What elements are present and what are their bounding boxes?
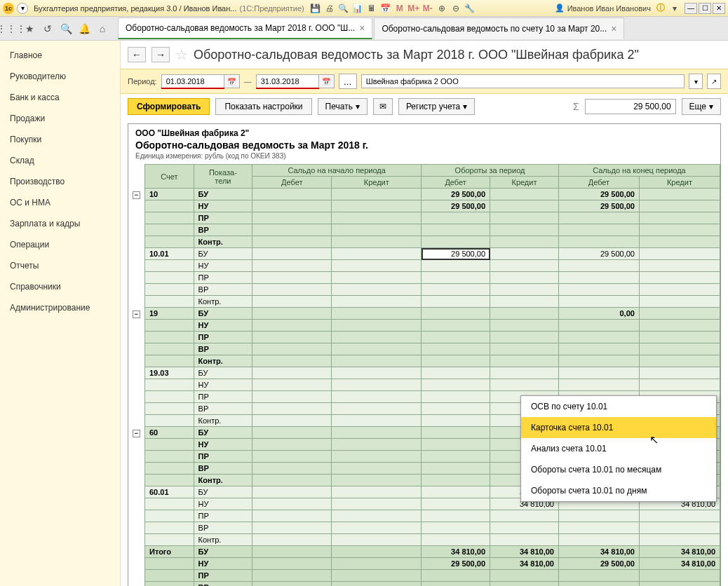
table-cell[interactable]: 34 810,00 bbox=[639, 546, 720, 558]
m-icon[interactable]: M bbox=[394, 3, 405, 14]
history-back-icon[interactable]: ▾ bbox=[17, 3, 28, 14]
table-cell[interactable]: 34 810,00 bbox=[490, 558, 559, 570]
account-cell[interactable] bbox=[145, 343, 194, 355]
table-cell[interactable] bbox=[490, 189, 559, 200]
table-cell[interactable] bbox=[490, 582, 559, 587]
account-cell[interactable] bbox=[145, 463, 194, 475]
table-cell[interactable] bbox=[332, 248, 422, 260]
table-cell[interactable] bbox=[252, 355, 332, 367]
table-cell[interactable] bbox=[422, 510, 490, 522]
account-cell[interactable] bbox=[145, 391, 194, 403]
table-cell[interactable] bbox=[639, 355, 720, 367]
table-cell[interactable] bbox=[252, 296, 332, 308]
table-cell[interactable] bbox=[252, 367, 332, 379]
table-cell[interactable] bbox=[422, 296, 490, 308]
table-cell[interactable] bbox=[490, 272, 559, 284]
account-cell[interactable] bbox=[145, 403, 194, 415]
dropdown-icon[interactable]: ▾ bbox=[669, 3, 680, 14]
table-cell[interactable] bbox=[490, 248, 559, 260]
table-cell[interactable] bbox=[558, 343, 639, 355]
table-cell[interactable] bbox=[252, 463, 332, 475]
account-cell[interactable] bbox=[145, 260, 194, 272]
account-cell[interactable] bbox=[145, 498, 194, 510]
table-cell[interactable] bbox=[558, 332, 639, 343]
table-cell[interactable] bbox=[252, 308, 332, 320]
table-cell[interactable]: 29 500,00 bbox=[422, 248, 490, 260]
table-cell[interactable] bbox=[252, 320, 332, 332]
account-cell[interactable] bbox=[145, 200, 194, 212]
table-cell[interactable]: 0,00 bbox=[558, 308, 639, 320]
table-cell[interactable] bbox=[332, 403, 422, 415]
table-cell[interactable] bbox=[422, 498, 490, 510]
table-cell[interactable] bbox=[252, 284, 332, 296]
account-cell[interactable] bbox=[145, 379, 194, 391]
forward-button[interactable]: → bbox=[151, 47, 170, 62]
table-cell[interactable] bbox=[558, 296, 639, 308]
sidebar-item-main[interactable]: Главное bbox=[0, 45, 120, 66]
info-icon[interactable]: ⓘ bbox=[655, 3, 666, 14]
table-cell[interactable] bbox=[639, 582, 720, 587]
table-cell[interactable] bbox=[422, 224, 490, 236]
table-cell[interactable] bbox=[332, 391, 422, 403]
table-cell[interactable] bbox=[332, 296, 422, 308]
email-button[interactable]: ✉ bbox=[373, 98, 393, 115]
table-cell[interactable] bbox=[422, 236, 490, 248]
table-cell[interactable] bbox=[490, 200, 559, 212]
table-cell[interactable] bbox=[332, 522, 422, 534]
table-cell[interactable] bbox=[332, 236, 422, 248]
table-cell[interactable] bbox=[639, 320, 720, 332]
table-cell[interactable] bbox=[252, 248, 332, 260]
table-cell[interactable] bbox=[490, 236, 559, 248]
register-button[interactable]: Регистр учета▾ bbox=[398, 98, 475, 115]
table-cell[interactable] bbox=[252, 546, 332, 558]
compare-icon[interactable]: 📊 bbox=[352, 3, 363, 14]
context-menu-item[interactable]: Обороты счета 10.01 по дням bbox=[521, 480, 716, 501]
table-cell[interactable]: 29 500,00 bbox=[422, 200, 490, 212]
zoom-out-icon[interactable]: ⊖ bbox=[450, 3, 461, 14]
tab-osv-account[interactable]: Оборотно-сальдовая ведомость по счету 10… bbox=[374, 18, 624, 39]
org-open-icon[interactable]: ↗ bbox=[707, 74, 721, 89]
table-cell[interactable] bbox=[332, 308, 422, 320]
table-cell[interactable] bbox=[252, 534, 332, 546]
table-cell[interactable] bbox=[252, 475, 332, 486]
show-settings-button[interactable]: Показать настройки bbox=[215, 98, 311, 115]
table-cell[interactable] bbox=[332, 439, 422, 451]
table-cell[interactable] bbox=[252, 212, 332, 224]
context-menu-item[interactable]: Обороты счета 10.01 по месяцам bbox=[521, 459, 716, 480]
table-cell[interactable] bbox=[252, 272, 332, 284]
sidebar-item-salary[interactable]: Зарплата и кадры bbox=[0, 213, 120, 234]
table-cell[interactable] bbox=[422, 212, 490, 224]
apps-icon[interactable]: ⋮⋮⋮ bbox=[4, 22, 18, 36]
sidebar-item-operations[interactable]: Операции bbox=[0, 234, 120, 255]
table-cell[interactable] bbox=[252, 570, 332, 582]
table-cell[interactable] bbox=[490, 355, 559, 367]
table-cell[interactable]: 29 500,00 bbox=[558, 189, 639, 200]
sidebar-item-sales[interactable]: Продажи bbox=[0, 108, 120, 129]
tab-close-icon[interactable]: × bbox=[611, 23, 616, 34]
table-cell[interactable] bbox=[490, 522, 559, 534]
table-cell[interactable] bbox=[558, 212, 639, 224]
home-icon[interactable]: ⌂ bbox=[95, 22, 109, 36]
zoom-in-icon[interactable]: ⊕ bbox=[436, 3, 447, 14]
account-cell[interactable] bbox=[145, 212, 194, 224]
table-cell[interactable] bbox=[332, 475, 422, 486]
table-cell[interactable] bbox=[490, 367, 559, 379]
table-cell[interactable] bbox=[332, 212, 422, 224]
table-cell[interactable] bbox=[639, 284, 720, 296]
table-cell[interactable]: 34 810,00 bbox=[558, 546, 639, 558]
table-cell[interactable] bbox=[490, 308, 559, 320]
table-cell[interactable] bbox=[332, 582, 422, 587]
context-menu-item[interactable]: ОСВ по счету 10.01 bbox=[521, 396, 716, 417]
minimize-button[interactable]: — bbox=[685, 3, 697, 14]
table-cell[interactable] bbox=[252, 391, 332, 403]
table-cell[interactable] bbox=[422, 463, 490, 475]
table-cell[interactable] bbox=[422, 415, 490, 427]
table-cell[interactable]: 29 500,00 bbox=[422, 558, 490, 570]
table-cell[interactable] bbox=[422, 582, 490, 587]
table-cell[interactable] bbox=[332, 260, 422, 272]
table-cell[interactable] bbox=[490, 570, 559, 582]
table-cell[interactable] bbox=[422, 308, 490, 320]
table-cell[interactable] bbox=[639, 570, 720, 582]
table-cell[interactable] bbox=[252, 200, 332, 212]
table-cell[interactable] bbox=[332, 200, 422, 212]
